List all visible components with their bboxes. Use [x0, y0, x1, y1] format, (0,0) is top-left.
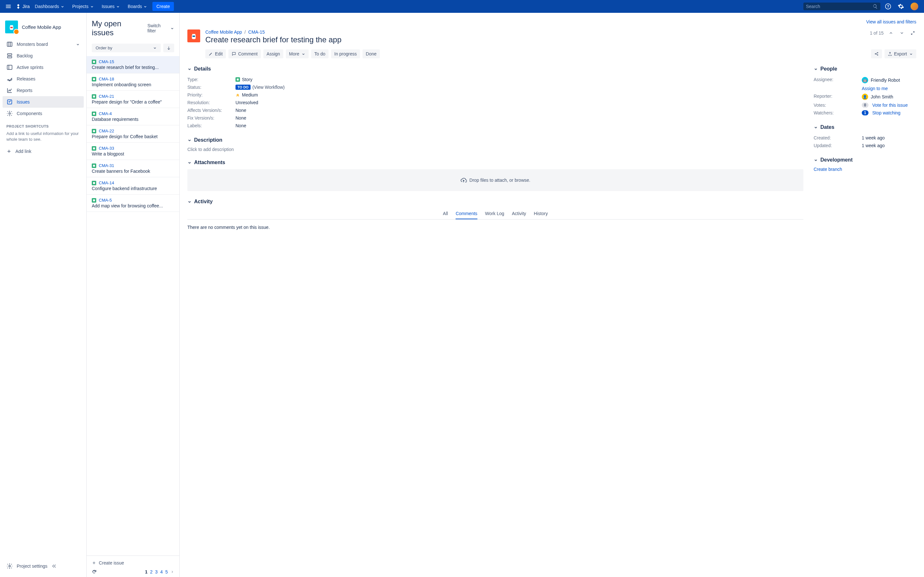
sidebar-add-link[interactable]: Add link	[3, 146, 84, 156]
assignee-value: Friendly Robot	[871, 77, 900, 83]
description-section-header[interactable]: Description	[187, 137, 803, 143]
page-number[interactable]: 3	[155, 569, 158, 574]
user-avatar[interactable]	[909, 1, 920, 12]
create-branch-link[interactable]: Create branch	[814, 167, 916, 172]
people-section-header[interactable]: People	[814, 66, 916, 72]
issue-key: CMA-18	[99, 77, 114, 81]
details-section-header[interactable]: Details	[187, 66, 803, 72]
more-button[interactable]: More	[286, 49, 309, 58]
sidebar-board-menu[interactable]: Monsters board	[3, 39, 84, 50]
view-workflow-link[interactable]: (View Workflow)	[252, 85, 285, 90]
svg-rect-2	[10, 25, 13, 27]
prev-issue-button[interactable]	[887, 29, 895, 37]
issue-list-item[interactable]: CMA-18Implement onboarding screen	[87, 73, 179, 91]
issue-list-item[interactable]: CMA-31Create banners for Facebook	[87, 160, 179, 177]
sidebar-releases[interactable]: Releases	[3, 73, 84, 85]
create-button[interactable]: Create	[152, 2, 174, 11]
activity-tab[interactable]: Work Log	[485, 208, 504, 219]
sort-direction-button[interactable]	[163, 44, 174, 52]
collapse-sidebar-icon[interactable]	[51, 563, 57, 569]
comment-icon	[232, 52, 236, 56]
help-icon[interactable]: ?	[883, 1, 893, 11]
expand-icon[interactable]	[909, 29, 916, 37]
story-type-icon	[92, 146, 96, 151]
page-number[interactable]: 5	[165, 569, 168, 574]
sidebar-project-settings[interactable]: Project settings	[3, 560, 84, 572]
order-by-button[interactable]: Order by	[92, 44, 161, 52]
activity-tab[interactable]: All	[443, 208, 448, 219]
sidebar-issues[interactable]: Issues	[3, 96, 84, 108]
chevron-down-icon	[814, 66, 818, 72]
refresh-icon[interactable]	[92, 569, 97, 574]
project-header[interactable]: Coffee Mobile App	[3, 18, 84, 39]
svg-rect-10	[192, 34, 195, 35]
nav-issues[interactable]: Issues	[99, 2, 123, 11]
nav-projects[interactable]: Projects	[69, 2, 97, 11]
attachment-dropzone[interactable]: Drop files to attach, or browse.	[187, 169, 803, 191]
description-placeholder[interactable]: Click to add description	[187, 147, 803, 152]
export-button[interactable]: Export	[885, 49, 916, 58]
page-number[interactable]: 2	[150, 569, 153, 574]
reports-icon	[6, 87, 13, 93]
development-section-header[interactable]: Development	[814, 157, 916, 163]
next-page-icon[interactable]	[170, 570, 174, 574]
attachments-section-header[interactable]: Attachments	[187, 160, 803, 165]
search-icon	[873, 4, 878, 9]
assign-button[interactable]: Assign	[263, 49, 283, 58]
watch-link[interactable]: Stop watching	[872, 110, 901, 115]
page-number[interactable]: 4	[160, 569, 163, 574]
story-type-icon	[92, 181, 96, 185]
issue-list-item[interactable]: CMA-33Write a blogpost	[87, 143, 179, 160]
create-issue-button[interactable]: Create issue	[92, 558, 174, 567]
nav-dashboards[interactable]: Dashboards	[32, 2, 67, 11]
board-icon	[6, 41, 13, 47]
search-input[interactable]	[806, 4, 873, 9]
search-box[interactable]	[803, 3, 880, 10]
activity-tab[interactable]: Comments	[456, 208, 477, 219]
assignee-avatar: 🤖	[862, 77, 868, 83]
page-number[interactable]: 1	[145, 569, 148, 574]
sidebar-active-sprints[interactable]: Active sprints	[3, 61, 84, 73]
story-type-icon	[92, 77, 96, 81]
issue-key: CMA-33	[99, 146, 114, 151]
sidebar-backlog[interactable]: Backlog	[3, 50, 84, 61]
comment-button[interactable]: Comment	[228, 49, 261, 58]
activity-tab[interactable]: History	[534, 208, 548, 219]
settings-icon[interactable]	[896, 1, 906, 11]
issue-list-column: My open issues Switch filter Order by CM…	[87, 13, 180, 577]
status-todo-button[interactable]: To do	[311, 49, 328, 58]
issue-list-item[interactable]: CMA-4Database requirements	[87, 108, 179, 125]
dates-section-header[interactable]: Dates	[814, 124, 916, 130]
view-all-link[interactable]: View all issues and filters	[866, 19, 916, 24]
type-value: Story	[242, 77, 252, 82]
affects-value: None	[236, 108, 803, 113]
sidebar-components[interactable]: Components	[3, 108, 84, 119]
status-inprogress-button[interactable]: In progress	[331, 49, 360, 58]
activity-section-header[interactable]: Activity	[187, 199, 803, 205]
logo-text: Jira	[23, 4, 30, 9]
next-issue-button[interactable]	[898, 29, 905, 37]
issue-list-item[interactable]: CMA-22Prepare design for Coffee basket	[87, 125, 179, 143]
breadcrumb-project-link[interactable]: Coffee Mobile App	[205, 29, 242, 35]
issue-list-item[interactable]: CMA-14Configure backend infrastructure	[87, 177, 179, 195]
assign-to-me-link[interactable]: Assign to me	[862, 86, 888, 91]
jira-logo[interactable]: Jira	[15, 3, 30, 9]
sidebar-reports[interactable]: Reports	[3, 85, 84, 96]
issues-icon	[6, 99, 13, 105]
edit-button[interactable]: Edit	[205, 49, 226, 58]
app-switcher-icon[interactable]	[4, 2, 13, 11]
status-done-button[interactable]: Done	[363, 49, 380, 58]
nav-boards[interactable]: Boards	[125, 2, 150, 11]
breadcrumb-issue-link[interactable]: CMA-15	[248, 29, 265, 35]
chevron-down-icon	[170, 26, 174, 31]
switch-filter-button[interactable]: Switch filter	[147, 23, 174, 33]
vote-link[interactable]: Vote for this issue	[872, 103, 908, 108]
issue-list-item[interactable]: CMA-21Prepare design for "Order a coffee…	[87, 91, 179, 108]
watchers-count: 1	[862, 110, 869, 115]
issue-list-item[interactable]: CMA-15Create research brief for testing.…	[87, 56, 179, 73]
activity-tab[interactable]: Activity	[512, 208, 526, 219]
share-button[interactable]	[871, 49, 882, 58]
issue-list-item[interactable]: CMA-5Add map view for browsing coffee...	[87, 195, 179, 212]
status-label: Status:	[187, 85, 236, 90]
share-icon	[874, 52, 879, 56]
